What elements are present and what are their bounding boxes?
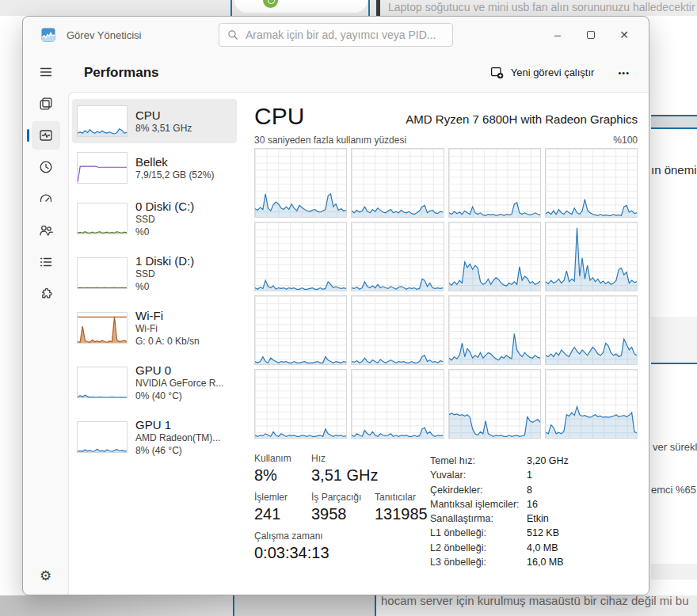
sidebar-item-app-history[interactable] — [32, 153, 60, 181]
perf-item-sub: 7,9/15,2 GB (52%) — [135, 169, 214, 182]
task-manager-window: Görev Yöneticisi – ✕ — [22, 16, 649, 595]
search-input[interactable] — [246, 29, 444, 41]
graph-axis-label: 30 saniyeden fazla kullanım yüzdesi — [254, 135, 406, 146]
core-chart — [545, 222, 638, 291]
services-puzzle-icon — [38, 286, 54, 302]
perf-item-sub: 0% (40 °C) — [135, 390, 223, 403]
uptime-value: 0:03:34:13 — [254, 544, 329, 562]
perf-item-sub: G: 0 A: 0 Kb/sn — [135, 336, 200, 348]
perf-item-sub: AMD Radeon(TM)... — [135, 432, 220, 445]
cpu-detail-panel: CPU AMD Ryzen 7 6800H with Radeon Graphi… — [242, 93, 649, 595]
perf-item-sub: SSD — [135, 214, 194, 226]
maximize-icon — [587, 31, 595, 39]
details-list-icon — [38, 254, 54, 270]
stat-label: Kullanım — [254, 453, 311, 464]
cpu-thumbnail-chart — [77, 105, 128, 137]
perf-item-sub: SSD — [135, 268, 194, 281]
perf-item-title: Bellek — [135, 154, 214, 169]
core-chart — [545, 295, 638, 365]
background-text-fragment: emci %65 7 — [651, 484, 697, 496]
run-new-task-label: Yeni görevi çalıştır — [511, 67, 595, 78]
perf-item-title: 0 Diski (C:) — [135, 199, 194, 214]
core-chart — [448, 148, 541, 218]
detail-value: Etkin — [527, 511, 549, 526]
core-chart — [254, 148, 347, 218]
processes-icon — [38, 96, 54, 112]
perf-item-wifi[interactable]: Wi-Fi Wi-Fi G: 0 A: 0 Kb/sn — [72, 302, 237, 354]
core-chart — [254, 369, 347, 439]
core-chart — [448, 222, 541, 291]
settings-button[interactable]: ⚙ — [32, 561, 60, 590]
minimize-button[interactable]: – — [541, 22, 574, 48]
perf-item-memory[interactable]: Bellek 7,9/15,2 GB (52%) — [72, 146, 237, 190]
sidebar-item-startup-apps[interactable] — [32, 184, 60, 213]
perf-item-gpu1[interactable]: GPU 1 AMD Radeon(TM)... 8% (46 °C) — [72, 411, 237, 463]
disk1-thumbnail-chart — [77, 257, 128, 289]
sidebar: ⚙ — [23, 53, 68, 595]
detail-value: 4,0 MB — [527, 541, 558, 555]
detail-value: 16 — [527, 497, 538, 511]
core-chart — [351, 295, 444, 365]
perf-item-sub: %0 — [135, 281, 194, 294]
cpu-usage-value: 8% — [254, 466, 311, 485]
background-divider — [651, 127, 697, 129]
perf-item-sub: NVIDIA GeForce R... — [135, 378, 223, 390]
quote-border-line — [375, 595, 376, 616]
more-options-button[interactable]: ••• — [610, 65, 638, 81]
background-top-strip: Laptop soğutucu ve mini usb fan alın sor… — [0, 0, 697, 16]
background-quote-text: Laptop soğutucu ve mini usb fan alın sor… — [388, 1, 695, 13]
maximize-button[interactable] — [574, 22, 607, 48]
core-chart — [254, 222, 347, 291]
detail-value: 8 — [527, 483, 532, 497]
gpu0-thumbnail-chart — [77, 367, 128, 398]
detail-value: 512 KB — [527, 526, 559, 540]
detail-label: Temel hız: — [430, 454, 527, 468]
new-task-icon — [490, 66, 504, 79]
perf-item-disk1[interactable]: 1 Diski (D:) SSD %0 — [72, 247, 237, 299]
perf-item-cpu[interactable]: CPU 8% 3,51 GHz — [72, 99, 237, 143]
core-chart — [545, 369, 638, 439]
sidebar-item-details[interactable] — [32, 248, 60, 276]
run-new-task-button[interactable]: Yeni görevi çalıştır — [482, 61, 603, 84]
window-title: Görev Yöneticisi — [67, 29, 141, 41]
detail-label: Mantıksal işlemciler: — [430, 497, 527, 511]
search-icon — [227, 29, 238, 40]
detail-label: Çekirdekler: — [430, 483, 527, 497]
background-bar — [651, 116, 697, 127]
speedometer-icon — [38, 191, 54, 207]
cpu-stats: Kullanım 8% Hız 3,51 GHz İşlemler 241 İş… — [254, 453, 638, 569]
search-box[interactable] — [219, 23, 453, 47]
detail-label: L1 önbelleği: — [430, 526, 527, 540]
perf-item-title: CPU — [135, 108, 192, 123]
perf-item-sub: %0 — [135, 226, 194, 239]
gpu1-thumbnail-chart — [77, 421, 128, 453]
menu-button[interactable] — [32, 58, 60, 86]
perf-item-title: GPU 0 — [135, 363, 223, 378]
hamburger-icon — [38, 64, 54, 80]
perf-item-title: 1 Diski (D:) — [135, 253, 194, 268]
background-text-fragment: ver sürekli — [653, 441, 697, 453]
close-button[interactable]: ✕ — [607, 22, 641, 48]
background-panel — [651, 564, 697, 580]
threads-value: 3958 — [311, 505, 375, 523]
users-icon — [38, 222, 54, 238]
sidebar-item-performance[interactable] — [32, 121, 60, 150]
quote-border-line — [230, 0, 232, 16]
background-post-text: hocam server için kurulmuş masaüstü bir … — [381, 594, 688, 607]
stat-label: Tanıtıcılar — [375, 492, 428, 503]
background-text-fragment: ın önemi — [651, 163, 697, 177]
sidebar-item-users[interactable] — [32, 216, 60, 245]
stat-label: İş Parçacığı — [311, 492, 375, 503]
detail-label: Sanallaştırma: — [430, 511, 527, 526]
core-chart — [448, 295, 541, 365]
perf-item-disk0[interactable]: 0 Diski (C:) SSD %0 — [72, 192, 237, 245]
quote-border-line — [368, 0, 370, 16]
background-quote-blob — [234, 0, 368, 13]
core-chart — [351, 148, 444, 218]
perf-item-gpu0[interactable]: GPU 0 NVIDIA GeForce R... 0% (40 °C) — [72, 356, 237, 409]
sidebar-item-services[interactable] — [32, 279, 60, 308]
sidebar-item-processes[interactable] — [32, 89, 60, 118]
gear-icon: ⚙ — [40, 568, 51, 584]
core-chart — [448, 369, 541, 439]
performance-icon — [38, 127, 54, 143]
